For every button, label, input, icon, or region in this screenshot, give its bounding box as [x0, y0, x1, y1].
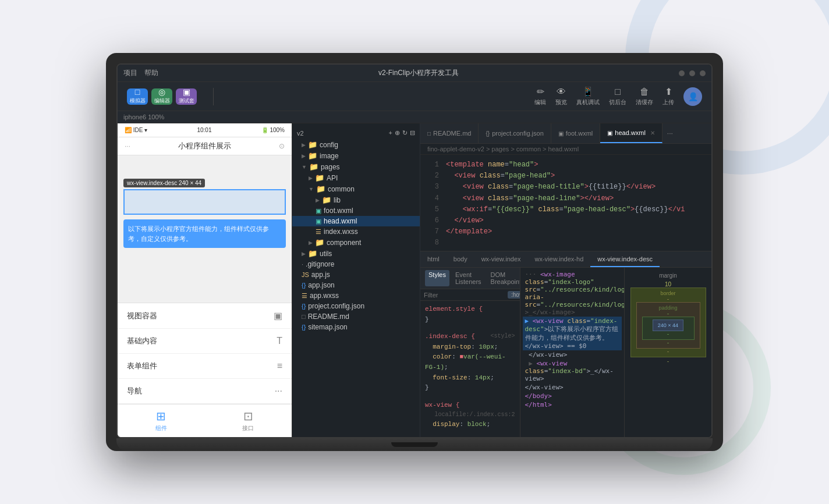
menu-item-project[interactable]: 项目 [123, 68, 137, 78]
test-btn[interactable]: ▣ 测试套 [176, 88, 197, 105]
tree-item-utils[interactable]: ▶ 📁 utils [292, 248, 420, 259]
css-rule-close: } [425, 316, 429, 323]
tree-item-pages[interactable]: ▼ 📁 pages [292, 161, 420, 172]
new-file-icon[interactable]: + [389, 129, 392, 137]
filter-hover[interactable]: :hov [508, 291, 520, 299]
tree-item-app-js[interactable]: JS app.js [292, 269, 420, 280]
tab-body[interactable]: body [447, 251, 474, 267]
code-content: </view> [446, 215, 484, 226]
tree-item-index-wxss[interactable]: ☰ index.wxss [292, 226, 420, 237]
user-avatar[interactable]: 👤 [683, 87, 702, 106]
editor-btn[interactable]: ◎ 编辑器 [151, 88, 172, 105]
tab-project-icon: {} [486, 130, 490, 137]
device-zoom: 100% [148, 113, 164, 120]
tab-wx-index-desc[interactable]: wx-view.index-desc [590, 251, 660, 267]
filter-input[interactable] [424, 292, 504, 299]
tree-item-label: utils [320, 250, 332, 258]
tree-item-component[interactable]: ▶ 📁 component [292, 237, 420, 248]
device-debug-action[interactable]: 📱 真机调试 [576, 86, 600, 107]
menu-item-nav[interactable]: 导航 ··· [118, 379, 292, 404]
html-line-1[interactable]: ··· <wx-image class="index-logo" src="..… [523, 270, 622, 317]
css-selector: wx-view { [425, 402, 459, 409]
css-source: localfile:/.index.css:2 [434, 410, 515, 420]
border-bottom: - [667, 349, 669, 354]
upload-action[interactable]: ⬆ 上传 [663, 86, 674, 107]
tree-item-gitignore[interactable]: · .gitignore [292, 259, 420, 269]
tree-item-foot-wxml[interactable]: ▣ foot.wxml [292, 205, 420, 216]
tree-item-app-json[interactable]: {} app.json [292, 280, 420, 290]
background-action[interactable]: □ 切后台 [609, 87, 626, 107]
file-icon: {} [302, 324, 306, 331]
tab-head[interactable]: ▣ head.wxml ✕ [600, 123, 663, 143]
styles-tab[interactable]: Styles [425, 270, 449, 286]
clear-cache-action[interactable]: 🗑 清缓存 [636, 87, 653, 107]
phone-time: 10:01 [197, 127, 211, 133]
margin-top-value: 10 [665, 281, 671, 288]
html-line-2[interactable]: ▶ <wx-view class="index-desc">以下将展示小程序官方… [523, 317, 622, 350]
tab-foot[interactable]: ▣ foot.wxml [551, 123, 600, 143]
tab-more-btn[interactable]: ··· [663, 129, 678, 137]
tree-item-api[interactable]: ▶ 📁 API [292, 172, 420, 183]
tree-item-label: README.md [308, 313, 349, 321]
maximize-btn[interactable] [689, 70, 695, 76]
nav-component[interactable]: ⊞ 组件 [118, 409, 205, 432]
simulator-btn[interactable]: □ 模拟器 [127, 88, 148, 105]
html-line-6[interactable]: </body> [523, 392, 622, 400]
tree-item-config[interactable]: ▶ 📁 config [292, 139, 420, 150]
tree-item-image[interactable]: ▶ 📁 image [292, 150, 420, 161]
collapse-icon[interactable]: ⊟ [410, 129, 415, 137]
menu-item-view[interactable]: 视图容器 ▣ [118, 303, 292, 329]
edit-action[interactable]: ✏ 编辑 [534, 86, 546, 107]
minimize-btn[interactable] [679, 70, 685, 76]
event-listeners-tab[interactable]: Event Listeners [452, 270, 485, 286]
menu-item-form[interactable]: 表单组件 ≡ [118, 354, 292, 379]
bottom-panel: html body wx-view.index wx-view.index-hd… [420, 251, 711, 437]
tab-wxml[interactable]: html [420, 251, 447, 267]
toolbar: □ 模拟器 ◎ 编辑器 ▣ 测试套 ✏ 编辑 [118, 82, 711, 111]
code-editor[interactable]: 1 <template name="head"> 2 <view class="… [420, 155, 711, 251]
line-number: 1 [425, 159, 439, 171]
upload-label: 上传 [663, 98, 674, 107]
tab-bar: □ README.md {} project.config.json ▣ foo… [420, 123, 711, 144]
menu-item-view-icon: ▣ [274, 310, 282, 321]
html-line-5[interactable]: </wx-view> [523, 383, 622, 392]
css-val: 14px [475, 374, 490, 381]
tab-project-config[interactable]: {} project.config.json [479, 123, 551, 143]
tab-wx-index-hd[interactable]: wx-view.index-hd [528, 251, 591, 267]
refresh-icon[interactable]: ↻ [402, 129, 408, 137]
title-bar: 项目 帮助 v2-FinClip小程序开发工具 [118, 65, 711, 82]
tree-item-label: foot.wxml [324, 207, 353, 215]
tab-close-icon[interactable]: ✕ [650, 130, 655, 136]
laptop-screen: 项目 帮助 v2-FinClip小程序开发工具 □ 模拟器 [116, 63, 713, 438]
tree-item-readme[interactable]: □ README.md [292, 311, 420, 322]
html-line-3[interactable]: </wx-view> [523, 350, 622, 359]
preview-action[interactable]: 👁 预览 [555, 87, 567, 107]
folder-icon: 📁 [308, 140, 317, 149]
tree-item-lib[interactable]: ▶ 📁 lib [292, 194, 420, 205]
tree-item-sitemap[interactable]: {} sitemap.json [292, 322, 420, 332]
nav-component-icon: ⊞ [156, 409, 166, 423]
tab-readme[interactable]: □ README.md [420, 123, 479, 143]
tree-item-head-wxml[interactable]: ▣ head.wxml [292, 216, 420, 226]
nav-api-icon: ⊡ [243, 409, 253, 423]
menu-item-help[interactable]: 帮助 [144, 68, 158, 78]
tab-wx-index[interactable]: wx-view.index [474, 251, 528, 267]
box-border: padding - 240 × 44 - - [636, 302, 700, 349]
padding-bottom2: - [667, 340, 669, 346]
tree-item-app-wxss[interactable]: ☰ app.wxss [292, 290, 420, 301]
laptop-container: 项目 帮助 v2-FinClip小程序开发工具 □ 模拟器 [106, 53, 723, 451]
menu-item-basic-label: 基础内容 [127, 336, 157, 346]
element-size-badge: wx-view.index-desc 240 × 44 [123, 179, 205, 187]
menu-item-form-icon: ≡ [277, 361, 282, 371]
close-btn[interactable] [700, 70, 706, 76]
tree-item-common[interactable]: ▼ 📁 common [292, 183, 420, 194]
tree-item-project-config[interactable]: {} project.config.json [292, 301, 420, 311]
dom-breakpoints-tab[interactable]: DOM Breakpoints [487, 270, 520, 286]
tree-item-label: image [320, 152, 339, 160]
menu-item-basic[interactable]: 基础内容 T [118, 329, 292, 354]
nav-api[interactable]: ⊡ 接口 [205, 409, 292, 432]
html-line-7[interactable]: </html> [523, 400, 622, 409]
laptop-notch [391, 442, 438, 447]
new-folder-icon[interactable]: ⊕ [395, 129, 400, 137]
html-line-4[interactable]: ▶ <wx-view class="index-bd">_</wx-view> [523, 359, 622, 383]
